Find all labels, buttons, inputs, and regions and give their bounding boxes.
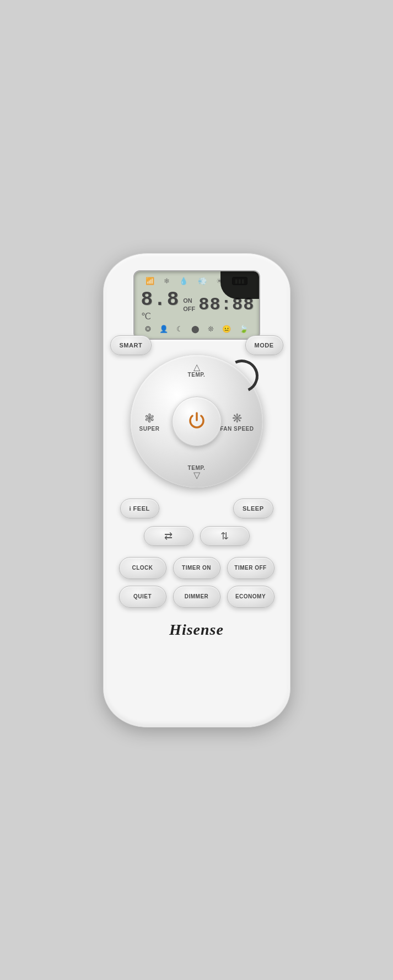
smart-label: SMART (120, 342, 143, 349)
fan-speed-label: FAN SPEED (220, 425, 254, 431)
arrow-up-icon: △ (193, 363, 200, 372)
sleep-label: SLEEP (243, 505, 264, 512)
sun-icon: ☀ (216, 277, 223, 285)
clock-button[interactable]: CLOCK (119, 557, 166, 579)
temp-unit: ℃ (141, 312, 151, 321)
i-feel-label: i FEEL (130, 505, 150, 512)
super-icon: ❃ (144, 411, 154, 425)
mid-buttons-row: i FEEL SLEEP (115, 499, 279, 518)
dimmer-button[interactable]: DIMMER (173, 586, 220, 608)
swing-icon: ❂ (145, 325, 151, 333)
temp-up-button[interactable]: △ TEMP. (188, 363, 206, 378)
timer-on-label: TIMER ON (182, 565, 211, 571)
swing-horizontal-button[interactable]: ⇄ (144, 526, 193, 546)
lcd-top-icons: 📶 ❄ 💧 💨 ☀ ▮▮▮ (141, 277, 252, 285)
lcd-time: 88:88 (198, 294, 254, 315)
moon-icon: ☾ (176, 325, 183, 333)
off-label: OFF (183, 305, 195, 313)
power-icon (186, 410, 208, 432)
fan-icon: 💨 (198, 277, 207, 285)
lcd-middle-row: 8.8 ℃ ON OFF 88:88 (141, 288, 252, 322)
quiet-label: QUIET (133, 593, 152, 599)
flower-icon: ❊ (208, 325, 214, 333)
timer-off-label: TIMER OFF (234, 565, 266, 571)
mode-button[interactable]: MODE (245, 335, 283, 355)
power-button[interactable] (172, 397, 222, 446)
wifi-icon: 📶 (146, 277, 154, 285)
arrow-down-icon: ▽ (193, 471, 200, 480)
bottom-grid-row1: CLOCK TIMER ON TIMER OFF QUIET DIMMER EC… (115, 557, 279, 608)
swing-vertical-button[interactable]: ⇅ (200, 526, 250, 546)
sleep-button[interactable]: SLEEP (233, 499, 273, 518)
lcd-temperature: 8.8 ℃ (141, 288, 180, 322)
brand-logo: Hisense (169, 621, 224, 639)
remote-control: 📶 ❄ 💧 💨 ☀ ▮▮▮ 8.8 ℃ ON OFF 88:88 ❂ 👤 ☾ ⬤… (103, 253, 290, 727)
economy-label: ECONOMY (235, 593, 266, 599)
quiet-button[interactable]: QUIET (119, 586, 166, 608)
dimmer-label: DIMMER (185, 593, 209, 599)
super-button[interactable]: ❃ SUPER (139, 411, 160, 431)
lcd-display: 📶 ❄ 💧 💨 ☀ ▮▮▮ 8.8 ℃ ON OFF 88:88 ❂ 👤 ☾ ⬤… (133, 270, 260, 340)
mode-label: MODE (255, 342, 274, 349)
super-label: SUPER (139, 425, 160, 431)
swing-row: ⇄ ⇅ (144, 526, 250, 546)
lcd-bottom-icons: ❂ 👤 ☾ ⬤ ❊ 😐 🍃 (141, 325, 252, 333)
timer-on-button[interactable]: TIMER ON (173, 557, 220, 579)
temp-up-label: TEMP. (188, 372, 206, 378)
battery-icon: ▮▮▮ (232, 277, 247, 285)
leaf-icon: 🍃 (239, 325, 248, 333)
fan-speed-button[interactable]: ❋ FAN SPEED (220, 411, 254, 431)
timer-off-button[interactable]: TIMER OFF (227, 557, 274, 579)
dial-area: △ TEMP. TEMP. ▽ ❃ SUPER ❋ FAN SPEED (131, 355, 263, 488)
temp-value: 8.8 (141, 288, 180, 311)
snowflake-icon: ❄ (164, 277, 170, 285)
person-icon: 👤 (159, 325, 168, 333)
swing-vertical-icon: ⇅ (220, 530, 229, 542)
swing-horizontal-icon: ⇄ (164, 530, 173, 542)
smart-button[interactable]: SMART (110, 335, 152, 355)
water-drop-icon: 💧 (179, 277, 188, 285)
face-icon: 😐 (222, 325, 231, 333)
clock-label: CLOCK (132, 565, 153, 571)
i-feel-button[interactable]: i FEEL (120, 499, 159, 518)
fan-speed-icon: ❋ (232, 411, 242, 425)
circle-icon: ⬤ (191, 325, 200, 333)
temp-down-button[interactable]: TEMP. ▽ (188, 465, 206, 480)
on-label: ON (183, 297, 195, 304)
lcd-on-off: ON OFF (183, 297, 195, 313)
economy-button[interactable]: ECONOMY (227, 586, 274, 608)
